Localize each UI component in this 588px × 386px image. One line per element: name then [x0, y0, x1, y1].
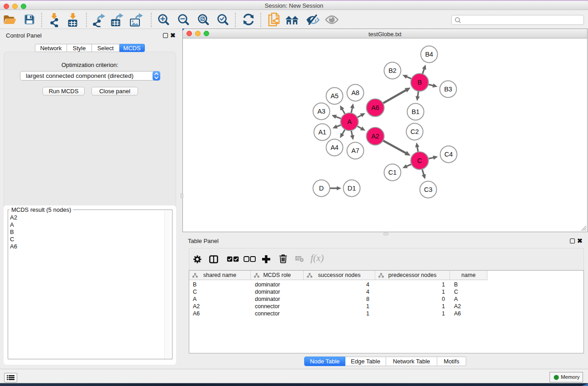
- svg-text:C3: C3: [424, 186, 433, 193]
- svg-text:B1: B1: [411, 108, 420, 115]
- svg-text:C1: C1: [388, 169, 397, 176]
- svg-text:A6: A6: [371, 104, 379, 111]
- svg-text:A4: A4: [330, 144, 339, 151]
- svg-text:B: B: [417, 79, 422, 86]
- svg-text:D1: D1: [348, 185, 356, 192]
- svg-text:A1: A1: [318, 129, 326, 136]
- svg-text:C: C: [417, 157, 422, 164]
- svg-text:A: A: [347, 118, 352, 125]
- svg-text:D: D: [319, 185, 324, 192]
- svg-text:A7: A7: [351, 147, 359, 154]
- svg-text:B2: B2: [388, 67, 397, 74]
- svg-text:A3: A3: [317, 108, 325, 115]
- svg-text:A8: A8: [351, 89, 359, 96]
- svg-text:A2: A2: [371, 133, 379, 140]
- svg-text:C2: C2: [411, 128, 419, 135]
- svg-text:B3: B3: [444, 86, 452, 93]
- svg-text:B4: B4: [425, 51, 433, 58]
- svg-text:C4: C4: [445, 151, 453, 158]
- svg-text:A5: A5: [330, 92, 339, 100]
